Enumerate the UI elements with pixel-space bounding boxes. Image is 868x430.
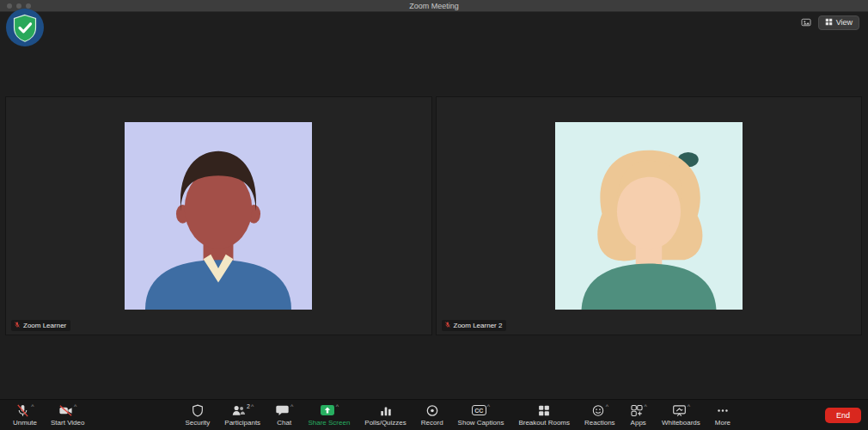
participant-avatar-female (555, 122, 743, 310)
share-screen-label: Share Screen (308, 419, 350, 427)
participant-nameplate: Zoom Learner 2 (442, 320, 507, 331)
chevron-up-icon[interactable]: ^ (290, 403, 293, 409)
whiteboards-button[interactable]: ^ Whiteboards (656, 402, 706, 428)
muted-mic-icon (444, 321, 451, 330)
breakout-rooms-button[interactable]: Breakout Rooms (512, 402, 576, 428)
security-label: Security (185, 419, 210, 427)
toolbar-center-group: Security 2 ^ Participants (90, 402, 825, 428)
video-tile-2[interactable]: Zoom Learner 2 (436, 96, 863, 335)
image-icon (801, 18, 811, 27)
participants-count: 2 (247, 403, 250, 410)
chat-icon (275, 403, 290, 420)
zoom-meeting-window: Zoom Meeting View (0, 0, 868, 430)
participant-name: Zoom Learner (23, 322, 66, 329)
unmute-button[interactable]: ^ Unmute (7, 402, 43, 428)
unmute-label: Unmute (13, 419, 37, 427)
participants-button[interactable]: 2 ^ Participants (218, 402, 266, 428)
whiteboards-label: Whiteboards (662, 419, 700, 427)
grid-view-icon (825, 18, 833, 28)
breakout-rooms-label: Breakout Rooms (518, 419, 570, 427)
toolbar-left-group: ^ Unmute ^ Start Video (7, 402, 90, 428)
view-button-label: View (836, 18, 853, 27)
participant-name: Zoom Learner 2 (454, 322, 503, 329)
chevron-up-icon[interactable]: ^ (645, 403, 647, 409)
meeting-topbar: View (0, 12, 868, 33)
record-button[interactable]: Record (415, 402, 449, 428)
participant-nameplate: Zoom Learner (11, 320, 70, 331)
reactions-button[interactable]: ^ Reactions (578, 402, 621, 428)
shield-icon (191, 403, 205, 420)
share-screen-icon (320, 403, 335, 419)
window-title: Zoom Meeting (409, 2, 459, 10)
apps-label: Apps (631, 419, 646, 427)
video-tile-1[interactable]: Zoom Learner (5, 96, 432, 335)
muted-mic-icon (14, 321, 21, 330)
meeting-toolbar: ^ Unmute ^ Start Video (0, 399, 868, 430)
end-button[interactable]: End (825, 408, 861, 423)
participants-icon (231, 403, 246, 420)
chat-button[interactable]: ^ Chat (269, 402, 299, 428)
record-label: Record (421, 419, 443, 427)
shield-check-icon (4, 7, 46, 48)
more-dots-icon (716, 403, 730, 420)
smiley-icon (591, 403, 605, 420)
more-button[interactable]: More (709, 402, 737, 428)
participants-label: Participants (224, 419, 260, 427)
gallery-view-icon[interactable] (801, 18, 811, 27)
chevron-up-icon[interactable]: ^ (74, 403, 76, 409)
chevron-up-icon[interactable]: ^ (606, 403, 608, 409)
video-muted-icon (58, 403, 73, 420)
start-video-label: Start Video (51, 419, 84, 427)
apps-icon (630, 403, 644, 420)
chevron-up-icon[interactable]: ^ (688, 403, 690, 409)
security-shield-badge (4, 7, 46, 48)
record-icon (425, 403, 439, 420)
security-button[interactable]: Security (179, 402, 216, 428)
participant-avatar-male (125, 122, 312, 310)
bar-chart-icon (379, 403, 393, 420)
start-video-button[interactable]: ^ Start Video (45, 402, 90, 428)
chevron-up-icon[interactable]: ^ (487, 403, 490, 409)
share-screen-button[interactable]: ^ Share Screen (302, 402, 356, 428)
breakout-rooms-icon (537, 403, 551, 420)
show-captions-button[interactable]: CC ^ Show Captions (452, 402, 510, 428)
video-grid: Zoom Learner (5, 96, 862, 335)
chat-label: Chat (277, 419, 291, 427)
polls-quizzes-button[interactable]: Polls/Quizzes (358, 402, 412, 428)
view-button[interactable]: View (818, 15, 859, 30)
mic-muted-icon (15, 403, 30, 420)
captions-icon: CC (472, 405, 486, 415)
window-titlebar: Zoom Meeting (0, 0, 868, 12)
reactions-label: Reactions (584, 419, 615, 427)
chevron-up-icon[interactable]: ^ (31, 403, 34, 409)
apps-button[interactable]: ^ Apps (624, 402, 653, 428)
more-label: More (715, 419, 730, 427)
show-captions-label: Show Captions (458, 419, 504, 427)
polls-quizzes-label: Polls/Quizzes (364, 419, 406, 427)
whiteboard-icon (672, 403, 687, 420)
chevron-up-icon[interactable]: ^ (251, 403, 254, 409)
chevron-up-icon[interactable]: ^ (336, 403, 339, 409)
